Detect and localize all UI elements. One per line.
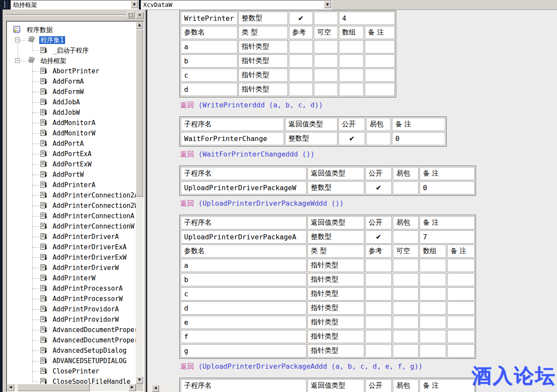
tree-item[interactable]: AddPrinterConnectionW	[7, 221, 136, 232]
param-name-cell[interactable]: c	[181, 287, 307, 301]
cell-public-check[interactable]: ✔	[289, 12, 313, 25]
param-type-cell[interactable]: 指针类型	[307, 344, 364, 358]
empty-cell[interactable]	[447, 344, 475, 358]
tree-item[interactable]: AddPortExW	[7, 159, 136, 169]
param-type-cell[interactable]: 指针类型	[307, 330, 364, 343]
cell-epack[interactable]	[314, 12, 338, 25]
cell-remark[interactable]: 0	[419, 181, 475, 194]
param-name-cell[interactable]: a	[181, 259, 307, 272]
tree-item[interactable]: AddPrinterConnection2A	[7, 190, 136, 201]
tree-vertical-scrollbar[interactable]: ▲ ▼	[136, 22, 143, 384]
cell-epack[interactable]	[366, 132, 391, 145]
combo-data-select[interactable]: XcvDataW ▼	[141, 0, 332, 10]
empty-cell[interactable]	[365, 40, 395, 53]
param-type-cell[interactable]: 指针类型	[307, 273, 364, 286]
tree-item[interactable]: AddPrinterDriverExA	[7, 242, 136, 252]
empty-cell[interactable]	[365, 54, 395, 68]
empty-cell[interactable]	[365, 316, 392, 329]
empty-cell[interactable]	[289, 40, 313, 53]
tree-item[interactable]: _启动子程序	[7, 45, 136, 56]
empty-cell[interactable]	[339, 40, 364, 53]
empty-cell[interactable]	[314, 83, 338, 96]
param-type-cell[interactable]: 指针类型	[238, 69, 288, 82]
tree-item[interactable]: CloseSpoolFileHandle	[7, 376, 136, 384]
empty-cell[interactable]	[393, 301, 419, 315]
empty-cell[interactable]	[393, 287, 419, 301]
empty-cell[interactable]	[447, 273, 475, 286]
combo-frame-dropdown-button[interactable]: ▼	[131, 1, 138, 8]
empty-cell[interactable]	[365, 344, 392, 358]
tree-item[interactable]: AddPrinterW	[7, 273, 136, 283]
cell-function-name[interactable]: UploadPrinterDriverPackageW	[181, 181, 307, 194]
cell-return-type[interactable]: 整数型	[307, 230, 364, 244]
cell-function-name[interactable]: UploadPrinterDriverPackageA	[181, 230, 307, 244]
collapse-toggle-icon[interactable]: −	[15, 38, 20, 42]
scroll-right-button[interactable]: ▶	[128, 384, 136, 391]
tree-item[interactable]: AbortPrinter	[7, 66, 136, 76]
param-type-cell[interactable]: 指针类型	[238, 83, 288, 96]
param-type-cell[interactable]: 指针类型	[238, 54, 288, 68]
empty-cell[interactable]	[419, 301, 446, 315]
cell-function-name[interactable]: WritePrinter	[181, 12, 238, 25]
tree-item[interactable]: AddPrintProcessorA	[7, 283, 136, 294]
combo-data-dropdown-button[interactable]: ▼	[324, 1, 331, 8]
panel-grab-handle[interactable]	[6, 14, 126, 16]
empty-cell[interactable]	[419, 287, 446, 301]
empty-cell[interactable]	[419, 259, 446, 272]
scroll-left-button[interactable]: ◀	[152, 385, 159, 392]
empty-cell[interactable]	[339, 69, 364, 82]
empty-cell[interactable]	[393, 259, 419, 272]
cell-epack[interactable]	[393, 230, 419, 244]
tree-item[interactable]: AddMonitorA	[7, 118, 136, 128]
tree-item[interactable]: AddPrintProcessorW	[7, 294, 136, 304]
param-type-cell[interactable]: 指针类型	[307, 259, 364, 272]
tree-item[interactable]: AdvancedDocumentProper	[7, 335, 136, 345]
close-button[interactable]: ×	[136, 12, 144, 19]
cell-public-check[interactable]: ✔	[365, 181, 392, 194]
empty-cell[interactable]	[447, 259, 475, 272]
tree-item[interactable]: AddPrinterA	[7, 180, 136, 190]
horizontal-scroll-thumb[interactable]	[17, 384, 90, 391]
param-name-cell[interactable]: b	[181, 54, 238, 68]
tree-item[interactable]: AddPrinterConnection2W	[7, 201, 136, 211]
empty-cell[interactable]	[314, 69, 338, 82]
empty-cell[interactable]	[365, 330, 392, 343]
tree-item[interactable]: AddPrinterDriverExW	[7, 252, 136, 263]
tree-item[interactable]: 1001程序数据	[7, 25, 136, 35]
empty-cell[interactable]	[447, 316, 475, 329]
empty-cell[interactable]	[289, 54, 313, 68]
tree-item[interactable]: −程序集1	[7, 35, 136, 45]
tree-item[interactable]: AddPrinterConnectionA	[7, 211, 136, 221]
empty-cell[interactable]	[447, 287, 475, 301]
empty-cell[interactable]	[393, 273, 419, 286]
empty-cell[interactable]	[365, 69, 395, 82]
tree-item[interactable]: AddPrintProvidorW	[7, 314, 136, 325]
collapse-toggle-icon[interactable]: −	[15, 58, 20, 63]
cell-public-check[interactable]: ✔	[338, 132, 365, 145]
empty-cell[interactable]	[365, 273, 392, 286]
param-type-cell[interactable]: 指针类型	[238, 40, 288, 53]
empty-cell[interactable]	[289, 83, 313, 96]
empty-cell[interactable]	[419, 316, 446, 329]
param-type-cell[interactable]: 指针类型	[307, 316, 364, 329]
param-name-cell[interactable]: g	[181, 344, 307, 358]
empty-cell[interactable]	[447, 301, 475, 315]
empty-cell[interactable]	[365, 287, 392, 301]
empty-cell[interactable]	[419, 273, 446, 286]
param-name-cell[interactable]: d	[181, 83, 238, 96]
scroll-up-button[interactable]: ▲	[136, 22, 143, 29]
empty-cell[interactable]	[339, 83, 364, 96]
param-name-cell[interactable]: d	[181, 301, 307, 315]
tree-horizontal-scrollbar[interactable]: ◀ ▶	[7, 384, 136, 391]
combo-frame-select[interactable]: 劫持框架 ▼	[10, 0, 139, 10]
tree-item[interactable]: AdvancedDocumentProper	[7, 325, 136, 335]
empty-cell[interactable]	[314, 40, 338, 53]
scroll-left-button[interactable]: ◀	[7, 384, 14, 391]
tree-item[interactable]: AddPrinterDriverW	[7, 263, 136, 273]
empty-cell[interactable]	[419, 344, 446, 358]
tree-item[interactable]: AddPrintProvidorA	[7, 304, 136, 314]
tree-item[interactable]: AdvancedSetupDialog	[7, 345, 136, 356]
cell-function-name[interactable]: WaitForPrinterChange	[181, 132, 284, 145]
cell-remark[interactable]: 7	[419, 230, 475, 244]
empty-cell[interactable]	[393, 344, 419, 358]
